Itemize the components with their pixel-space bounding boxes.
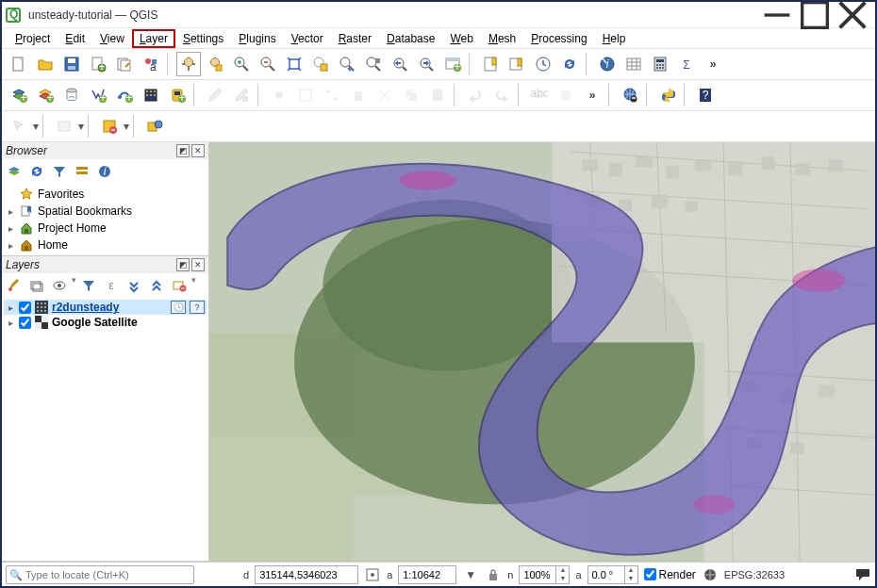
python-console-button[interactable] — [655, 83, 680, 107]
cut-button[interactable] — [372, 83, 397, 107]
attribute-table-button[interactable] — [621, 52, 646, 76]
zoom-to-selection-button[interactable] — [308, 52, 333, 76]
temporal-controller-button[interactable] — [531, 52, 555, 76]
menu-database[interactable]: Database — [379, 30, 442, 47]
layers-panel-header[interactable]: Layers ◩ ✕ — [2, 256, 208, 273]
layer-google-satellite[interactable]: ▸Google Satellite — [4, 315, 207, 330]
save-edits-button[interactable] — [229, 83, 254, 107]
toolbar-overflow-button[interactable]: » — [580, 83, 604, 107]
new-mesh-layer-button[interactable] — [139, 83, 163, 107]
render-checkbox[interactable] — [644, 568, 656, 580]
toolbar-overflow-button[interactable]: » — [701, 52, 725, 76]
locator-input[interactable] — [6, 565, 194, 584]
node-tool-button[interactable] — [320, 83, 344, 107]
magnifier-input[interactable] — [520, 566, 555, 583]
undo-button[interactable] — [463, 83, 488, 107]
select-features-button[interactable] — [7, 114, 31, 139]
select-expr-dropdown[interactable]: ▾ — [77, 120, 85, 133]
select-by-location-button[interactable] — [142, 114, 167, 139]
close-button[interactable] — [834, 3, 871, 27]
delete-selected-button[interactable] — [346, 83, 371, 107]
menu-layer[interactable]: Layer — [132, 29, 175, 48]
refresh-icon[interactable] — [26, 161, 47, 182]
add-vector-layer-button[interactable]: + — [7, 83, 31, 107]
layers-tree[interactable]: ▸r2dunsteady🕓?▸Google Satellite — [2, 298, 208, 561]
menu-edit[interactable]: Edit — [58, 30, 92, 47]
filter-legend-icon[interactable] — [78, 275, 99, 296]
extents-icon[interactable] — [364, 566, 381, 583]
browser-item-home[interactable]: ▸Home — [4, 237, 207, 253]
statistics-button[interactable]: Σ — [674, 52, 699, 76]
rotation-down[interactable]: ▼ — [624, 575, 637, 583]
refresh-button[interactable] — [557, 52, 582, 76]
pan-button[interactable] — [176, 52, 201, 76]
select-by-expression-button[interactable] — [52, 114, 76, 139]
crs-text[interactable]: EPSG:32633 — [724, 569, 785, 580]
new-print-layout-button[interactable]: + — [86, 52, 110, 76]
magnifier-field[interactable]: ▲▼ — [519, 565, 570, 584]
zoom-full-button[interactable] — [282, 52, 306, 76]
expand-all-icon[interactable] — [124, 275, 144, 296]
layer-styling-icon[interactable] — [4, 275, 25, 296]
show-bookmarks-button[interactable] — [505, 52, 529, 76]
rotation-field[interactable]: ▲▼ — [587, 565, 638, 584]
zoom-last-button[interactable] — [388, 52, 412, 76]
render-toggle[interactable]: Render — [644, 568, 696, 581]
panel-undock-button[interactable]: ◩ — [176, 258, 190, 271]
magnifier-down[interactable]: ▼ — [555, 575, 569, 583]
deselect-all-button[interactable] — [97, 114, 122, 139]
paste-button[interactable] — [425, 83, 450, 107]
browser-tree[interactable]: Favorites▸Spatial Bookmarks▸Project Home… — [2, 184, 208, 255]
field-calculator-button[interactable] — [648, 52, 672, 76]
layer-visibility-checkbox[interactable] — [19, 317, 31, 329]
zoom-to-layer-button[interactable] — [335, 52, 359, 76]
coord-field[interactable] — [255, 565, 358, 584]
add-group-icon[interactable] — [26, 275, 47, 296]
browser-panel-header[interactable]: Browser ◩ ✕ — [2, 142, 208, 159]
menu-mesh[interactable]: Mesh — [481, 30, 523, 47]
minimize-button[interactable] — [758, 3, 796, 27]
open-project-button[interactable] — [33, 52, 58, 76]
remove-layer-icon[interactable] — [169, 275, 190, 296]
maximize-button[interactable] — [796, 3, 834, 27]
zoom-out-button[interactable] — [256, 52, 280, 76]
new-bookmark-button[interactable] — [478, 52, 503, 76]
help-badge-icon[interactable]: ? — [190, 301, 205, 314]
web-tool-button[interactable] — [618, 83, 642, 107]
layout-manager-button[interactable] — [112, 52, 137, 76]
move-feature-button[interactable] — [293, 83, 318, 107]
menu-web[interactable]: Web — [442, 30, 480, 47]
rotation-input[interactable] — [588, 566, 624, 583]
layer-r2dunsteady[interactable]: ▸r2dunsteady🕓? — [4, 300, 207, 315]
new-project-button[interactable] — [7, 52, 31, 76]
manage-visibility-icon[interactable] — [49, 275, 70, 296]
deselect-dropdown[interactable]: ▾ — [123, 120, 130, 133]
menu-plugins[interactable]: Plugins — [231, 30, 283, 47]
panel-close-button[interactable]: ✕ — [191, 144, 205, 157]
magnifier-up[interactable]: ▲ — [555, 566, 569, 575]
messages-icon[interactable] — [854, 566, 871, 583]
map-canvas[interactable] — [209, 142, 875, 562]
copy-button[interactable] — [399, 83, 423, 107]
scale-dropdown[interactable]: ▼ — [462, 566, 479, 583]
filter-icon[interactable] — [49, 161, 70, 182]
panel-undock-button[interactable]: ◩ — [176, 144, 190, 157]
collapse-all-icon[interactable] — [146, 275, 167, 296]
menu-settings[interactable]: Settings — [175, 30, 231, 47]
collapse-all-icon[interactable] — [72, 161, 92, 182]
redo-button[interactable] — [489, 83, 514, 107]
zoom-next-button[interactable] — [414, 52, 438, 76]
add-layer-icon[interactable] — [4, 161, 25, 182]
toggle-editing-button[interactable] — [203, 83, 227, 107]
new-shapefile-button[interactable]: + — [33, 83, 58, 107]
menu-project[interactable]: Project — [8, 30, 58, 47]
zoom-in-button[interactable] — [229, 52, 254, 76]
pan-to-selection-button[interactable] — [203, 52, 227, 76]
browser-item-project-home[interactable]: ▸Project Home — [4, 220, 207, 237]
zoom-native-button[interactable] — [361, 52, 386, 76]
menu-help[interactable]: Help — [595, 30, 634, 47]
scale-field[interactable] — [398, 565, 456, 584]
browser-item-favorites[interactable]: Favorites — [4, 186, 207, 203]
new-gps-layer-button[interactable]: + — [165, 83, 190, 107]
rotation-up[interactable]: ▲ — [624, 566, 637, 575]
